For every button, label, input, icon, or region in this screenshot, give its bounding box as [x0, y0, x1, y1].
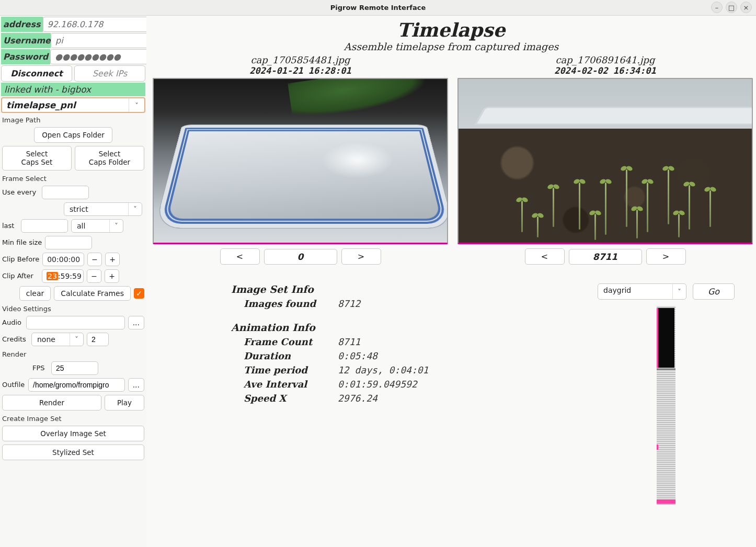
last-unit-select[interactable]: all ˅: [71, 219, 123, 233]
clip-after-rest: :59:59: [58, 272, 82, 280]
clip-after-minus-button[interactable]: −: [87, 269, 101, 283]
seek-ips-button[interactable]: Seek IPs: [74, 65, 145, 82]
minimize-icon[interactable]: –: [711, 2, 723, 13]
animation-info-header: Animation Info: [231, 322, 572, 333]
render-button[interactable]: Render: [2, 395, 101, 411]
render-label: Render: [1, 348, 145, 359]
duration-label: Duration: [244, 350, 338, 361]
credits-count-input[interactable]: [87, 333, 109, 346]
page-subtitle: Assemble timelapse from captured images: [153, 41, 750, 52]
capture-right-index[interactable]: 8711: [569, 249, 642, 265]
fps-input[interactable]: [51, 361, 98, 375]
images-found-value: 8712: [338, 298, 360, 309]
min-file-size-label: Min file size: [2, 238, 42, 246]
capture-left-prev-button[interactable]: <: [220, 248, 260, 265]
strict-select-value: strict: [64, 203, 128, 215]
capture-right-prev-button[interactable]: <: [525, 248, 565, 265]
select-caps-set-button[interactable]: Select Caps Set: [2, 146, 72, 170]
audio-label: Audio: [2, 318, 23, 326]
chevron-down-icon: ˅: [672, 284, 686, 299]
clip-before-minus-button[interactable]: −: [87, 253, 102, 266]
capture-left-image: [153, 78, 448, 244]
audio-browse-button[interactable]: ...: [128, 316, 144, 329]
capture-right: cap_1706891641.jpg 2024-02-02 16:34:01: [457, 54, 753, 265]
time-period-value: 12 days, 0:04:01: [338, 364, 428, 375]
capture-left-next-button[interactable]: >: [341, 248, 381, 265]
image-path-label: Image Path: [1, 114, 145, 125]
clip-before-plus-button[interactable]: +: [105, 253, 120, 266]
fps-label: FPS: [32, 364, 48, 372]
duration-value: 0:05:48: [338, 350, 377, 361]
calculate-frames-checkbox[interactable]: ✓: [134, 288, 144, 299]
strict-select[interactable]: strict ˅: [64, 202, 142, 216]
audio-input[interactable]: [26, 316, 125, 329]
close-icon[interactable]: ×: [740, 2, 752, 13]
ave-interval-value: 0:01:59.049592: [338, 379, 417, 390]
chevron-down-icon: ˅: [128, 203, 142, 215]
capture-left-name: cap_1705854481.jpg: [250, 54, 350, 65]
chevron-down-icon: ˅: [70, 333, 83, 346]
select-caps-folder-button[interactable]: Select Caps Folder: [75, 146, 144, 170]
frame-count-label: Frame Count: [244, 336, 338, 347]
address-input[interactable]: [43, 17, 156, 32]
panel-select[interactable]: timelapse_pnl ˅: [1, 97, 145, 113]
analyse-mode-value: daygrid: [598, 284, 672, 299]
disconnect-button[interactable]: Disconnect: [1, 65, 72, 82]
outfile-browse-button[interactable]: ...: [128, 378, 144, 392]
use-every-label: Use every: [2, 188, 39, 196]
password-label: Password: [1, 49, 50, 64]
images-found-label: Images found: [244, 298, 338, 309]
clip-after-label: Clip After: [2, 272, 39, 280]
create-image-set-label: Create Image Set: [1, 413, 145, 424]
maximize-icon[interactable]: □: [726, 2, 737, 13]
linked-status: linked with - bigbox: [1, 83, 145, 96]
analyse-column: Image Set Analyse daygrid ˅ Go: [582, 279, 750, 547]
use-every-input[interactable]: [42, 186, 89, 199]
play-button[interactable]: Play: [105, 395, 144, 411]
min-file-size-input[interactable]: [45, 236, 92, 249]
credits-select-value: none: [32, 333, 70, 346]
capture-right-next-button[interactable]: >: [646, 248, 686, 265]
username-label: Username: [1, 33, 51, 48]
chevron-down-icon: ˅: [109, 220, 123, 232]
chevron-down-icon: ˅: [129, 98, 144, 112]
daygrid-image: [657, 306, 675, 505]
calculate-frames-button[interactable]: Calculate Frames: [54, 286, 131, 301]
video-settings-label: Video Settings: [1, 303, 145, 314]
analyse-go-button[interactable]: Go: [693, 283, 735, 300]
capture-right-name: cap_1706891641.jpg: [555, 54, 655, 65]
window-title: Pigrow Remote Interface: [330, 4, 426, 12]
clear-button[interactable]: clear: [19, 286, 51, 301]
capture-left-date: 2024-01-21 16:28:01: [249, 65, 351, 76]
address-label: address: [1, 17, 43, 32]
analyse-mode-select[interactable]: daygrid ˅: [598, 283, 686, 300]
last-label: last: [2, 222, 18, 230]
window-titlebar: Pigrow Remote Interface – □ ×: [0, 0, 756, 16]
main-panel: Timelapse Assemble timelapse from captur…: [146, 16, 756, 547]
frame-select-label: Frame Select: [1, 173, 145, 184]
capture-right-image: [457, 78, 753, 244]
clip-after-input[interactable]: 23:59:59: [42, 269, 84, 283]
credits-label: Credits: [2, 335, 28, 343]
clip-after-plus-button[interactable]: +: [105, 269, 119, 283]
overlay-image-set-button[interactable]: Overlay Image Set: [2, 426, 144, 441]
last-input[interactable]: [21, 219, 68, 233]
open-caps-folder-button[interactable]: Open Caps Folder: [34, 127, 112, 143]
credits-select[interactable]: none ˅: [31, 333, 84, 346]
outfile-input[interactable]: [28, 378, 125, 392]
time-period-label: Time period: [244, 364, 338, 375]
outfile-label: Outfile: [2, 381, 25, 389]
capture-left-index[interactable]: 0: [264, 249, 337, 265]
page-title: Timelapse: [153, 19, 750, 41]
speed-x-value: 2976.24: [338, 393, 377, 404]
sidebar: address ˅ Username Password Disconnect S…: [0, 16, 146, 547]
panel-select-value: timelapse_pnl: [2, 98, 129, 112]
clip-before-input[interactable]: 00:00:00: [42, 253, 84, 266]
ave-interval-label: Ave Interval: [244, 379, 338, 390]
capture-left: cap_1705854481.jpg 2024-01-21 16:28:01 <…: [153, 54, 448, 265]
clip-after-hh: 23: [47, 272, 58, 280]
stylized-set-button[interactable]: Stylized Set: [2, 445, 144, 460]
frame-count-value: 8711: [338, 336, 360, 347]
capture-right-date: 2024-02-02 16:34:01: [554, 65, 656, 76]
clip-before-label: Clip Before: [2, 255, 39, 263]
